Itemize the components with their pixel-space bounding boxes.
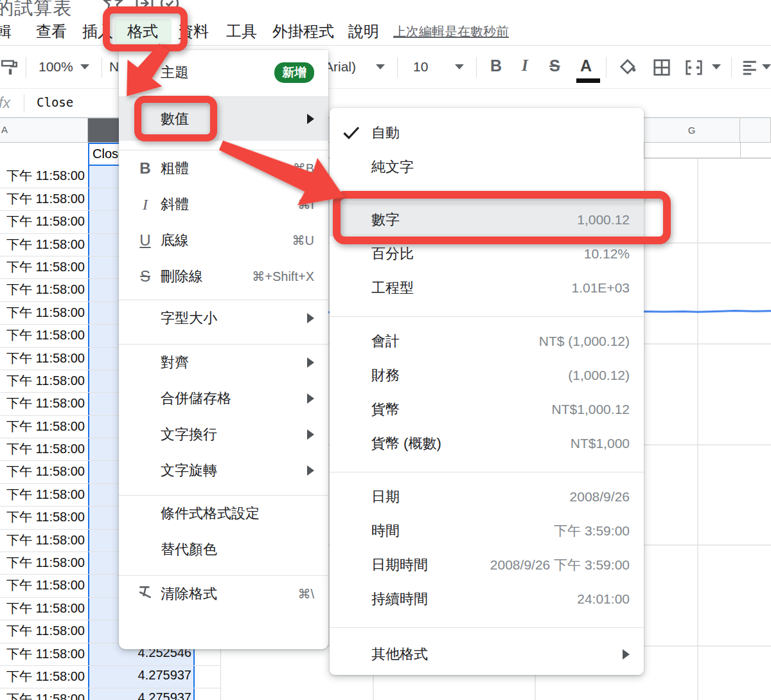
text-color-icon[interactable]: A: [580, 57, 592, 75]
cell-time-value[interactable]: 下午 11:58:00: [0, 645, 85, 663]
number-menu-item-label: 其他格式: [371, 645, 428, 664]
cell-time-value[interactable]: 下午 11:58:00: [0, 213, 85, 230]
gridline: [740, 143, 741, 157]
merge-caret-icon[interactable]: [712, 64, 721, 69]
format-menu-item-label: 斜體: [161, 195, 189, 214]
number-menu-item[interactable]: 貨幣NT$1,000.12: [330, 392, 644, 426]
merge-cells-icon[interactable]: [684, 58, 704, 77]
number-menu-item-label: 時間: [371, 521, 400, 541]
shortcut-label: ⌘I: [297, 197, 314, 212]
cell-time-value[interactable]: 下午 11:58:00: [0, 440, 85, 458]
cell-time-value[interactable]: 下午 11:58:00: [0, 622, 85, 640]
format-menu-item[interactable]: U底線⌘U: [119, 222, 328, 258]
format-menu-item[interactable]: 條件式格式設定: [119, 496, 328, 532]
format-menu-item[interactable]: 清除格式⌘\: [119, 576, 328, 612]
format-menu-item-label: 替代顏色: [161, 540, 217, 559]
number-menu-item[interactable]: 日期2008/9/26: [330, 480, 644, 514]
menu-separator: [330, 472, 644, 472]
format-menu-item[interactable]: 字型大小: [119, 300, 328, 336]
cell-time-value[interactable]: 下午 11:58:00: [0, 554, 85, 571]
number-menu-item[interactable]: 貨幣 (概數)NT$1,000: [330, 426, 644, 461]
cell-time-value[interactable]: 下午 11:58:00: [0, 463, 85, 480]
font-size-select[interactable]: 10: [413, 59, 428, 75]
format-menu-item[interactable]: B粗體⌘B: [119, 150, 328, 186]
number-menu-item[interactable]: 時間下午 3:59:00: [330, 514, 644, 548]
number-menu-item[interactable]: 日期時間2008/9/26 下午 3:59:00: [330, 548, 644, 582]
format-example-value: 2008/9/26 下午 3:59:00: [490, 556, 630, 574]
font-size-caret-icon[interactable]: [455, 64, 464, 69]
cell-time-value[interactable]: 下午 11:58:00: [0, 304, 85, 321]
format-menu-item[interactable]: I斜體⌘I: [119, 186, 328, 222]
format-menu-item[interactable]: 合併儲存格: [119, 381, 328, 417]
format-menu-item-label: 文字換行: [161, 425, 217, 444]
annotation-box-number-parent: [134, 96, 217, 141]
format-menu-item[interactable]: 對齊: [119, 345, 328, 381]
column-header[interactable]: [740, 118, 771, 142]
cell-time-value[interactable]: 下午 11:58:00: [0, 350, 85, 367]
format-menu-item[interactable]: S刪除線⌘+Shift+X: [119, 258, 328, 294]
table-row[interactable]: 下午 11:58:004.275937: [0, 688, 220, 700]
number-menu-item[interactable]: 工程型1.01E+03: [330, 271, 644, 305]
horizontal-align-icon[interactable]: [741, 58, 760, 77]
cell-time-value[interactable]: 下午 11:58:00: [0, 508, 85, 526]
number-menu-item[interactable]: 會計NT$ (1,000.12): [330, 324, 644, 358]
italic-icon[interactable]: I: [522, 57, 528, 75]
cell-time-value[interactable]: 下午 11:58:00: [0, 668, 85, 685]
table-row[interactable]: 下午 11:58:004.275937: [0, 666, 220, 688]
cell-time-value[interactable]: 下午 11:58:00: [0, 327, 85, 344]
cell-close-value[interactable]: 4.275937: [90, 690, 191, 700]
menu-edit[interactable]: 編輯: [0, 21, 12, 42]
format-example-value: NT$1,000: [571, 436, 630, 451]
cell-time-value[interactable]: 下午 11:58:00: [0, 236, 85, 253]
toolbar-divider: [731, 57, 732, 78]
menu-tools[interactable]: 工具: [226, 21, 257, 42]
format-example-value: 24:01:00: [577, 591, 630, 607]
toolbar-divider: [26, 57, 26, 78]
format-menu-item[interactable]: 主題新增: [119, 58, 328, 87]
format-menu-item[interactable]: 替代顏色: [119, 532, 328, 568]
submenu-arrow-icon: [307, 114, 314, 124]
cell-time-value[interactable]: 下午 11:58:00: [0, 486, 85, 503]
number-menu-item[interactable]: 其他格式: [330, 637, 644, 672]
cell-time-value[interactable]: 下午 11:58:00: [0, 281, 85, 298]
number-menu-item[interactable]: 自動: [330, 116, 644, 150]
number-menu-item[interactable]: 財務(1,000.12): [330, 358, 644, 392]
cell-time-value[interactable]: 下午 11:58:00: [0, 577, 85, 594]
currency-format-button[interactable]: N: [109, 59, 119, 75]
format-menu-item-label: 主題: [161, 63, 189, 82]
paint-format-icon[interactable]: [1, 58, 21, 78]
menu-help[interactable]: 說明: [348, 21, 379, 42]
fill-color-icon[interactable]: [619, 58, 638, 77]
cell-time-value[interactable]: 下午 11:58:00: [0, 258, 85, 276]
strikethrough-icon[interactable]: S: [549, 57, 560, 75]
align-caret-icon[interactable]: [762, 64, 771, 69]
menu-view[interactable]: 查看: [36, 21, 67, 42]
formula-input[interactable]: Close: [37, 95, 73, 109]
cell-time-value[interactable]: 下午 11:58:00: [0, 600, 85, 617]
format-menu-item[interactable]: 文字換行: [119, 417, 328, 453]
cell-time-value[interactable]: 下午 11:58:00: [0, 418, 85, 435]
zoom-select[interactable]: 100%: [39, 59, 73, 75]
format-menu-item[interactable]: 文字旋轉: [119, 453, 328, 489]
cell-time-value[interactable]: 下午 11:58:00: [0, 372, 85, 390]
menu-addons[interactable]: 外掛程式: [272, 21, 334, 42]
cell-time-value[interactable]: 下午 11:58:00: [0, 532, 85, 549]
format-menu-item-label: 粗體: [161, 159, 189, 178]
cell-close-value[interactable]: 4.275937: [90, 668, 191, 683]
number-menu-item[interactable]: 持續時間24:01:00: [330, 582, 644, 616]
cell-time-value[interactable]: 下午 11:58:00: [0, 395, 85, 412]
cell-time-value[interactable]: 下午 11:58:00: [0, 167, 85, 184]
borders-icon[interactable]: [652, 58, 671, 77]
bold-icon[interactable]: B: [490, 57, 502, 75]
column-header[interactable]: [0, 118, 88, 142]
cell-time-value[interactable]: 下午 11:58:00: [0, 190, 85, 208]
toolbar: 100% N (Arial) 10 B I S A: [0, 46, 771, 89]
toolbar-divider: [476, 57, 477, 78]
last-edit-link[interactable]: 上次編輯是在數秒前: [393, 23, 509, 40]
zoom-caret-icon[interactable]: [80, 64, 89, 69]
font-caret-icon[interactable]: [376, 64, 385, 69]
toolbar-divider: [397, 57, 398, 78]
column-header[interactable]: G: [644, 118, 740, 142]
cell-time-value[interactable]: 下午 11:58:00: [0, 690, 85, 700]
number-menu-item[interactable]: 純文字: [330, 150, 644, 184]
